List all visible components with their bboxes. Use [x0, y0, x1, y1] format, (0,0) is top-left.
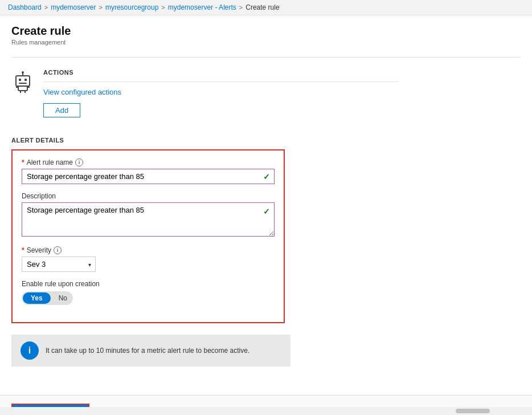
rule-name-info-icon[interactable]: i	[75, 158, 83, 166]
actions-divider	[43, 82, 399, 82]
alert-rule-name-label: * Alert rule name i	[22, 158, 275, 166]
alert-details-section: ALERT DETAILS * Alert rule name i ✓ Desc…	[11, 137, 521, 323]
svg-rect-3	[19, 83, 27, 84]
breadcrumb-sep-4: >	[239, 4, 243, 11]
page-subtitle: Rules management	[11, 39, 521, 46]
main-content: Create rule Rules management	[0, 15, 532, 378]
actions-section: ACTIONS View configured actions Add	[11, 63, 399, 123]
breadcrumb-current: Create rule	[245, 3, 279, 11]
svg-rect-1	[19, 79, 21, 81]
toggle-yes-option[interactable]: Yes	[23, 292, 51, 304]
breadcrumb-dashboard[interactable]: Dashboard	[8, 3, 42, 11]
severity-label: * Severity i	[22, 246, 275, 254]
svg-rect-6	[18, 86, 27, 91]
breadcrumb-alerts[interactable]: mydemoserver - Alerts	[168, 3, 236, 11]
svg-point-5	[22, 71, 24, 74]
severity-required: *	[22, 246, 24, 254]
actions-label: ACTIONS	[43, 69, 399, 76]
svg-rect-0	[16, 76, 30, 86]
horizontal-scrollbar[interactable]	[0, 407, 532, 415]
severity-select-wrapper: Sev 0 Sev 1 Sev 2 Sev 3 Sev 4 ▾	[22, 257, 96, 272]
enable-rule-toggle[interactable]: Yes No	[22, 291, 73, 305]
info-banner: i It can take up to 10 minutes for a met…	[11, 335, 290, 367]
view-configured-actions-link[interactable]: View configured actions	[43, 88, 121, 96]
description-textarea[interactable]: Storage percentage greater than 85	[22, 202, 275, 237]
rule-name-checkmark: ✓	[263, 172, 270, 181]
breadcrumb-sep-3: >	[161, 4, 165, 11]
breadcrumb-sep-1: >	[44, 4, 48, 11]
toggle-no-option[interactable]: No	[51, 292, 75, 304]
robot-icon	[11, 70, 34, 97]
breadcrumb: Dashboard > mydemoserver > myresourcegro…	[0, 0, 532, 15]
alert-panel: * Alert rule name i ✓ Description Storag…	[11, 149, 285, 323]
add-button[interactable]: Add	[43, 103, 80, 117]
info-circle-icon: i	[21, 341, 39, 360]
severity-select[interactable]: Sev 0 Sev 1 Sev 2 Sev 3 Sev 4	[22, 257, 96, 272]
info-banner-text: It can take up to 10 minutes for a metri…	[46, 347, 249, 355]
description-textarea-wrapper: Storage percentage greater than 85 ✓	[22, 202, 275, 238]
required-marker: *	[22, 158, 24, 166]
scrollbar-thumb[interactable]	[456, 409, 490, 413]
alert-rule-name-group: * Alert rule name i ✓	[22, 158, 275, 184]
page-title: Create rule	[11, 25, 521, 38]
svg-rect-2	[24, 79, 27, 81]
rule-name-input-wrapper: ✓	[22, 169, 275, 184]
breadcrumb-sep-2: >	[99, 4, 103, 11]
description-group: Description Storage percentage greater t…	[22, 192, 275, 238]
rule-name-input[interactable]	[22, 169, 275, 184]
enable-rule-label: Enable rule upon creation	[22, 280, 275, 288]
description-label: Description	[22, 192, 275, 200]
actions-content: ACTIONS View configured actions Add	[43, 69, 399, 117]
alert-details-label: ALERT DETAILS	[11, 137, 521, 144]
breadcrumb-rg[interactable]: myresourcegroup	[105, 3, 158, 11]
severity-group: * Severity i Sev 0 Sev 1 Sev 2 Sev 3 Sev…	[22, 246, 275, 272]
divider-1	[11, 57, 521, 58]
enable-rule-group: Enable rule upon creation Yes No	[22, 280, 275, 305]
breadcrumb-server[interactable]: mydemoserver	[51, 3, 96, 11]
severity-info-icon[interactable]: i	[54, 246, 62, 254]
description-checkmark: ✓	[263, 207, 270, 216]
